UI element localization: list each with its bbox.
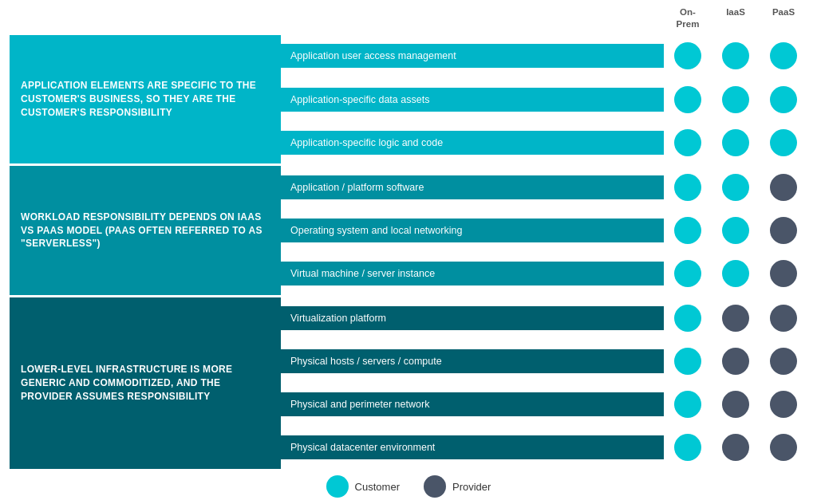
section-mid-label-cell: WORKLOAD RESPONSIBILITY DEPENDS ON IAAS … — [10, 166, 281, 294]
circle-customer — [770, 129, 797, 156]
circle-provider — [770, 260, 797, 287]
circle-customer — [722, 86, 749, 113]
row-datacenter: Physical datacenter environment — [281, 427, 807, 469]
row-circles-platform-software — [664, 170, 807, 205]
row-app-data: Application-specific data assets — [281, 78, 807, 121]
circle-provider — [770, 305, 797, 332]
circle-customer — [722, 174, 749, 201]
row-virt-platform: Virtualization platform — [281, 297, 807, 341]
row-label-vm-server: Virtual machine / server instance — [281, 262, 664, 285]
row-os-networking: Operating system and local networking — [281, 209, 807, 252]
legend-provider-circle — [424, 475, 446, 498]
circle-customer — [722, 217, 749, 244]
circle-customer — [722, 129, 749, 156]
section-mid-label: WORKLOAD RESPONSIBILITY DEPENDS ON IAAS … — [10, 166, 281, 294]
row-label-physical-hosts: Physical hosts / servers / compute — [281, 349, 664, 373]
row-label-app-data: Application-specific data assets — [281, 88, 664, 112]
circle-provider — [722, 305, 749, 332]
circle-provider — [770, 217, 797, 244]
section-bot-label: LOWER-LEVEL INFRASTRUCTURE IS MORE GENER… — [10, 297, 281, 469]
row-label-virt-platform: Virtualization platform — [281, 306, 664, 330]
row-circles-perimeter-network — [664, 387, 807, 422]
row-label-os-networking: Operating system and local networking — [281, 219, 664, 242]
circle-iaas-app-user — [712, 38, 760, 73]
row-label-platform-software: Application / platform software — [281, 175, 664, 199]
row-circles-app-data — [664, 82, 807, 117]
row-app-logic: Application-specific logic and code — [281, 121, 807, 163]
legend-customer: Customer — [326, 475, 400, 498]
circle-provider — [770, 348, 797, 375]
row-circles-vm-server — [664, 256, 807, 291]
row-platform-software: Application / platform software — [281, 166, 807, 209]
row-app-user-access: Application user access management — [281, 35, 807, 78]
circle-customer — [674, 305, 701, 332]
circle-provider — [770, 174, 797, 201]
section-bot-label-cell: LOWER-LEVEL INFRASTRUCTURE IS MORE GENER… — [10, 297, 281, 469]
section-mid-row: WORKLOAD RESPONSIBILITY DEPENDS ON IAAS … — [10, 166, 807, 294]
row-circles-physical-hosts — [664, 344, 807, 379]
section-bot-rows: Virtualization platform Physical hosts /… — [281, 297, 807, 469]
circle-customer — [674, 391, 701, 418]
circle-customer — [770, 86, 797, 113]
legend-provider-label: Provider — [452, 481, 491, 493]
circle-customer — [722, 260, 749, 287]
legend-customer-label: Customer — [355, 481, 400, 493]
row-circles-app-logic — [664, 125, 807, 160]
circle-provider — [770, 391, 797, 418]
section-top: APPLICATION ELEMENTS ARE SPECIFIC TO THE… — [10, 35, 807, 166]
circle-provider — [722, 434, 749, 461]
circle-customer — [770, 42, 797, 69]
circle-customer — [674, 42, 701, 69]
section-top-rows: Application user access management Appli… — [281, 35, 807, 163]
circle-customer — [674, 434, 701, 461]
row-circles-app-user-access — [664, 38, 807, 73]
section-top-label-cell: APPLICATION ELEMENTS ARE SPECIFIC TO THE… — [10, 35, 281, 163]
row-circles-datacenter — [664, 430, 807, 465]
legend: Customer Provider — [10, 475, 807, 498]
column-headers: On-Prem IaaS PaaS — [664, 6, 807, 33]
row-vm-server: Virtual machine / server instance — [281, 253, 807, 295]
circle-provider — [722, 391, 749, 418]
circle-customer — [674, 348, 701, 375]
row-circles-os-networking — [664, 213, 807, 248]
row-label-app-logic: Application-specific logic and code — [281, 131, 664, 155]
row-circles-virt-platform — [664, 301, 807, 336]
circle-provider — [722, 348, 749, 375]
row-perimeter-network: Physical and perimeter network — [281, 384, 807, 427]
circle-customer — [674, 260, 701, 287]
main-container: On-Prem IaaS PaaS APPLICATION ELEMENTS A… — [0, 0, 817, 504]
row-label-perimeter-network: Physical and perimeter network — [281, 392, 664, 416]
circle-customer — [674, 217, 701, 244]
column-header-row: On-Prem IaaS PaaS — [10, 6, 807, 33]
row-label-datacenter: Physical datacenter environment — [281, 435, 664, 459]
circle-paas-app-user — [760, 38, 807, 73]
row-label-app-user-access: Application user access management — [281, 44, 664, 68]
section-bot: LOWER-LEVEL INFRASTRUCTURE IS MORE GENER… — [10, 297, 807, 469]
circle-customer — [674, 129, 701, 156]
circle-customer — [674, 86, 701, 113]
main-table: APPLICATION ELEMENTS ARE SPECIFIC TO THE… — [10, 35, 807, 469]
legend-customer-circle — [326, 475, 349, 498]
section-top-label: APPLICATION ELEMENTS ARE SPECIFIC TO THE… — [10, 35, 281, 163]
col-header-onprem: On-Prem — [664, 6, 712, 33]
section-mid: WORKLOAD RESPONSIBILITY DEPENDS ON IAAS … — [10, 166, 807, 297]
legend-provider: Provider — [424, 475, 491, 498]
row-physical-hosts: Physical hosts / servers / compute — [281, 341, 807, 384]
section-bot-row: LOWER-LEVEL INFRASTRUCTURE IS MORE GENER… — [10, 297, 807, 469]
circle-provider — [770, 434, 797, 461]
section-top-row: APPLICATION ELEMENTS ARE SPECIFIC TO THE… — [10, 35, 807, 163]
section-mid-rows: Application / platform software Operatin… — [281, 166, 807, 294]
circle-customer — [722, 42, 749, 69]
col-header-iaas: IaaS — [712, 6, 760, 33]
circle-onprem-app-user — [664, 38, 712, 73]
col-header-paas: PaaS — [760, 6, 807, 33]
circle-customer — [674, 174, 701, 201]
